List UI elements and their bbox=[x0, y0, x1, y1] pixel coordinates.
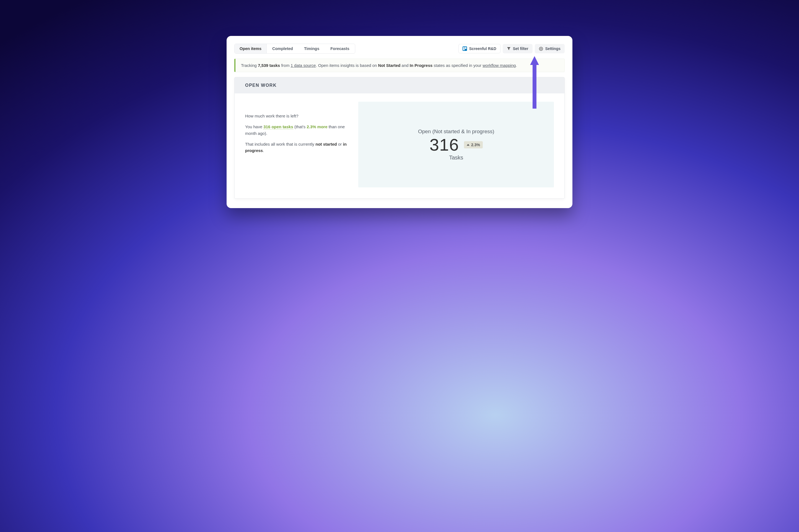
card-title: OPEN WORK bbox=[235, 77, 564, 93]
tabs: Open items Completed Timings Forecasts bbox=[234, 44, 355, 54]
svg-rect-2 bbox=[465, 47, 467, 49]
p3b: not started bbox=[315, 142, 337, 147]
gear-icon bbox=[539, 47, 543, 51]
data-source-link[interactable]: 1 data source bbox=[291, 63, 316, 68]
data-source-label: Screenful R&D bbox=[469, 46, 496, 51]
tab-forecasts[interactable]: Forecasts bbox=[325, 44, 355, 53]
p3a: That includes all work that is currently bbox=[245, 142, 315, 147]
card-body: How much work there is left? You have 31… bbox=[235, 93, 564, 198]
trello-icon bbox=[462, 46, 467, 51]
delta-value: 2.3% bbox=[471, 142, 480, 147]
banner-mid4: states as specified in your bbox=[432, 63, 483, 68]
banner-text: Tracking 7,539 tasks from 1 data source.… bbox=[241, 63, 517, 68]
desc-line-1: How much work there is left? bbox=[245, 113, 350, 119]
caret-up-icon bbox=[467, 144, 470, 146]
banner-count: 7,539 tasks bbox=[258, 63, 280, 68]
metric-unit: Tasks bbox=[449, 154, 463, 161]
banner-state2: In Progress bbox=[410, 63, 433, 68]
banner-mid3: and bbox=[400, 63, 410, 68]
p2b: (that's bbox=[293, 125, 307, 129]
p3c: or bbox=[337, 142, 343, 147]
card-description: How much work there is left? You have 31… bbox=[245, 102, 350, 187]
desc-line-3: That includes all work that is currently… bbox=[245, 141, 350, 154]
desc-line-2: You have 316 open tasks (that's 2.3% mor… bbox=[245, 124, 350, 136]
metric-panel: Open (Not started & In progress) 316 2.3… bbox=[358, 102, 554, 187]
tab-timings[interactable]: Timings bbox=[298, 44, 325, 53]
settings-button[interactable]: Settings bbox=[535, 44, 565, 53]
p2a: You have bbox=[245, 125, 264, 129]
banner-end: . bbox=[516, 63, 517, 68]
set-filter-label: Set filter bbox=[513, 46, 528, 51]
metric-title: Open (Not started & In progress) bbox=[418, 129, 494, 135]
tab-open-items[interactable]: Open items bbox=[235, 44, 267, 53]
delta-pct-text: 2.3% more bbox=[307, 125, 327, 129]
data-source-button[interactable]: Screenful R&D bbox=[458, 44, 501, 53]
main-panel: Open items Completed Timings Forecasts S… bbox=[226, 36, 573, 208]
settings-label: Settings bbox=[545, 46, 561, 51]
p3e: . bbox=[263, 148, 264, 153]
svg-rect-1 bbox=[463, 47, 465, 50]
open-tasks-link[interactable]: 316 open tasks bbox=[264, 125, 293, 129]
filter-icon bbox=[507, 47, 511, 51]
metric-row: 316 2.3% bbox=[430, 136, 483, 153]
workflow-mapping-link[interactable]: workflow mapping bbox=[483, 63, 516, 68]
banner-mid2: . Open items insights is based on bbox=[316, 63, 378, 68]
delta-badge: 2.3% bbox=[464, 141, 483, 148]
banner-mid1: from bbox=[280, 63, 290, 68]
info-banner: Tracking 7,539 tasks from 1 data source.… bbox=[234, 59, 565, 72]
tab-completed[interactable]: Completed bbox=[267, 44, 298, 53]
topbar: Open items Completed Timings Forecasts S… bbox=[234, 44, 565, 54]
metric-value: 316 bbox=[430, 136, 459, 153]
toolbar: Screenful R&D Set filter Settings bbox=[458, 44, 565, 53]
svg-point-3 bbox=[540, 48, 541, 49]
banner-state1: Not Started bbox=[378, 63, 401, 68]
banner-pre: Tracking bbox=[241, 63, 258, 68]
set-filter-button[interactable]: Set filter bbox=[503, 44, 532, 53]
open-work-card: OPEN WORK How much work there is left? Y… bbox=[234, 77, 565, 199]
